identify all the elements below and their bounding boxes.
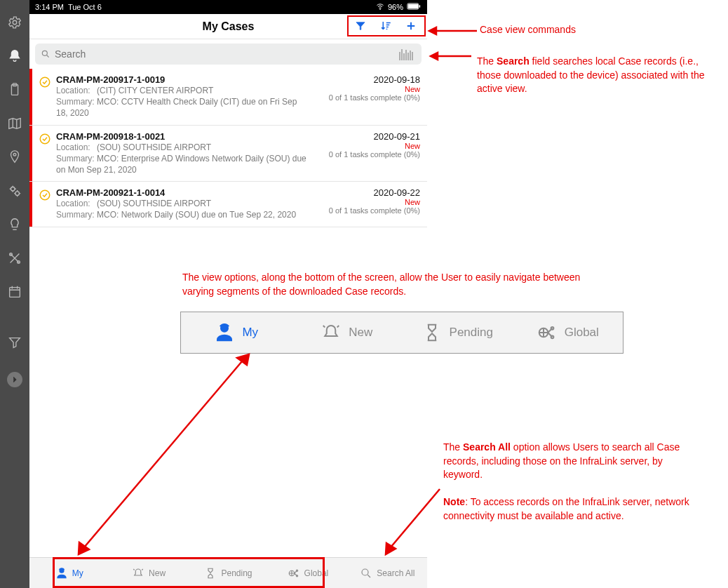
status-bar: 3:14 PM Tue Oct 6 96%: [29, 0, 427, 14]
arrow-icon: [70, 354, 252, 558]
add-icon[interactable]: [405, 20, 417, 32]
location-label: Location:: [56, 85, 97, 96]
annotation-case-commands: Case view commands: [480, 23, 576, 37]
case-status: New: [311, 198, 420, 206]
filter-icon[interactable]: [354, 20, 367, 32]
bottom-tabs: My New Pending Global Search All: [29, 557, 427, 588]
tab-label: Pending: [450, 326, 493, 340]
case-item[interactable]: CRAM-PM-200921-1-0014 Location:(SOU) SOU…: [29, 182, 427, 227]
left-sidebar: [0, 0, 29, 588]
tab-my[interactable]: My: [29, 567, 109, 580]
tab-label: My: [242, 326, 258, 340]
clipboard-icon[interactable]: [6, 81, 23, 98]
tab-label: Global: [304, 568, 329, 578]
location-label: Location:: [56, 142, 97, 153]
location-pin-icon[interactable]: [6, 149, 23, 166]
svg-point-9: [379, 9, 380, 10]
tab-new[interactable]: New: [109, 567, 188, 580]
case-tasks: 0 of 1 tasks complete (0%): [311, 93, 420, 102]
annotation-view-options: The view options, along the bottom of th…: [182, 271, 589, 298]
settings-gear-icon[interactable]: [6, 14, 23, 31]
priority-stripe: [29, 182, 32, 226]
svg-rect-12: [419, 5, 421, 7]
tab-label: Global: [565, 326, 599, 340]
svg-line-32: [391, 489, 440, 547]
wifi-icon: [375, 2, 385, 12]
case-status-icon: [36, 74, 53, 119]
tab-search-all[interactable]: Search All: [348, 567, 427, 580]
case-id: CRAM-PM-200918-1-0021: [56, 131, 311, 142]
svg-point-15: [40, 77, 50, 87]
title-bar: My Cases: [29, 14, 427, 39]
tab-pending[interactable]: Pending: [189, 567, 268, 580]
case-list: CRAM-PM-200917-1-0019 Location:(CIT) CIT…: [29, 69, 427, 227]
battery-percent: 96%: [388, 3, 403, 11]
case-id: CRAM-PM-200921-1-0014: [56, 187, 311, 198]
svg-point-14: [42, 51, 47, 55]
location-label: Location:: [56, 198, 97, 209]
svg-point-0: [13, 20, 17, 25]
large-tab-my[interactable]: My: [181, 322, 292, 343]
funnel-icon[interactable]: [6, 334, 23, 351]
large-tab-pending[interactable]: Pending: [402, 322, 513, 343]
gears-icon[interactable]: [6, 182, 23, 199]
annotation-search: The Search field searches local Case rec…: [477, 55, 715, 96]
svg-marker-13: [356, 22, 365, 30]
tools-icon[interactable]: [6, 250, 23, 267]
status-time: 3:14 PM: [35, 3, 64, 11]
search-row: [29, 39, 427, 69]
svg-rect-8: [10, 288, 20, 298]
case-tasks: 0 of 1 tasks complete (0%): [311, 206, 420, 215]
svg-marker-26: [429, 27, 436, 34]
summary-label: Summary:: [56, 209, 97, 220]
case-date: 2020-09-21: [311, 131, 420, 142]
summary-label: Summary:: [56, 153, 97, 164]
battery-icon: [406, 3, 422, 11]
case-tasks: 0 of 1 tasks complete (0%): [311, 150, 420, 159]
tab-label: New: [149, 568, 166, 578]
status-date: Tue Oct 6: [68, 3, 102, 11]
svg-marker-33: [386, 543, 396, 554]
tab-label: My: [72, 568, 83, 578]
summary-label: Summary:: [56, 96, 97, 107]
svg-point-4: [11, 187, 15, 192]
case-item[interactable]: CRAM-PM-200917-1-0019 Location:(CIT) CIT…: [29, 69, 427, 126]
tab-label: Pending: [221, 568, 252, 578]
calendar-icon[interactable]: [6, 283, 23, 300]
case-date: 2020-09-22: [311, 187, 420, 198]
svg-point-17: [40, 190, 50, 200]
svg-point-5: [15, 192, 19, 196]
case-id: CRAM-PM-200917-1-0019: [56, 74, 311, 85]
tab-global[interactable]: Global: [268, 567, 347, 580]
svg-point-21: [362, 569, 368, 575]
annotation-search-all: The Search All option allows Users to se…: [443, 441, 703, 523]
case-summary: MCO: Network Daily (SOU) due on Tue Sep …: [97, 210, 296, 220]
case-item[interactable]: CRAM-PM-200918-1-0021 Location:(SOU) SOU…: [29, 126, 427, 182]
large-tab-new[interactable]: New: [292, 322, 403, 343]
large-tab-global[interactable]: Global: [513, 322, 623, 343]
svg-line-29: [84, 361, 242, 547]
case-status: New: [311, 85, 420, 93]
svg-rect-11: [408, 4, 419, 9]
map-icon[interactable]: [6, 115, 23, 132]
expand-sidebar-button[interactable]: [7, 372, 22, 387]
search-field[interactable]: [35, 44, 422, 65]
enlarged-tabs: My New Pending Global: [180, 312, 623, 354]
case-status-icon: [36, 131, 53, 176]
priority-stripe: [29, 126, 32, 182]
arrow-icon: [428, 25, 477, 36]
case-location: (SOU) SOUTHSIDE AIRPORT: [97, 199, 211, 208]
svg-marker-28: [431, 53, 438, 60]
case-location: (SOU) SOUTHSIDE AIRPORT: [97, 142, 211, 152]
svg-marker-31: [237, 354, 249, 365]
priority-stripe: [29, 69, 32, 125]
arrow-icon: [429, 51, 471, 62]
bell-icon[interactable]: [6, 48, 23, 65]
tab-label: New: [349, 326, 372, 340]
case-status-icon: [36, 187, 53, 220]
barcode-icon[interactable]: [396, 48, 416, 60]
tab-label: Search All: [377, 568, 414, 578]
search-input[interactable]: [55, 48, 392, 60]
bulb-icon[interactable]: [6, 216, 23, 233]
sort-icon[interactable]: [379, 20, 392, 32]
